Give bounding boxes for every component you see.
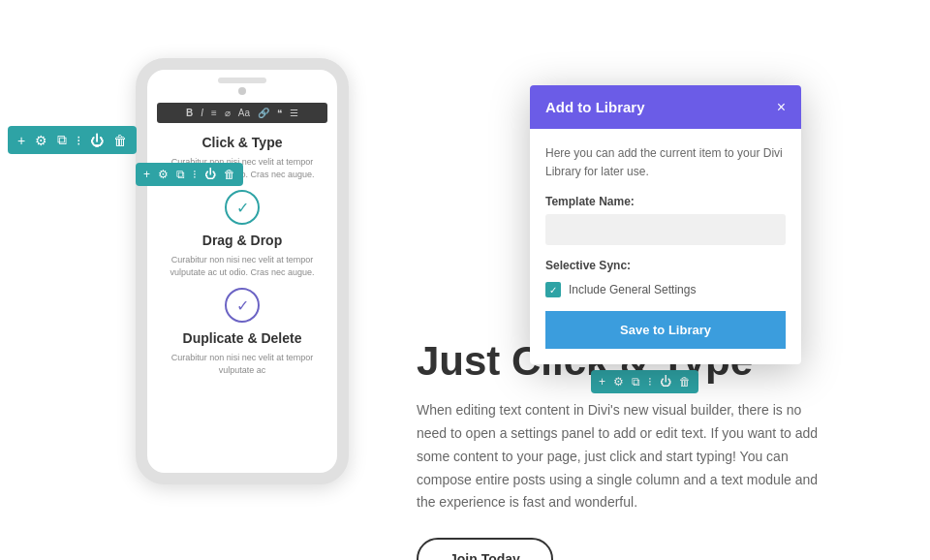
- inner-plus-icon[interactable]: +: [143, 168, 150, 181]
- quote-icon[interactable]: ❝: [275, 107, 284, 119]
- add-to-library-modal: Add to Library × Here you can add the cu…: [530, 85, 801, 364]
- template-name-input[interactable]: [545, 214, 786, 245]
- text-format-bar: B I ≡ ⌀ Aa 🔗 ❝ ☰: [157, 103, 327, 123]
- list-icon[interactable]: ☰: [288, 107, 300, 119]
- inner-power-icon[interactable]: ⏻: [204, 168, 216, 181]
- power-icon[interactable]: ⏻: [90, 133, 104, 148]
- bottom-gear-icon[interactable]: ⚙: [613, 375, 624, 389]
- phone-frame: B I ≡ ⌀ Aa 🔗 ❝ ☰ Click & Type Curabitur …: [136, 58, 349, 484]
- plus-icon[interactable]: +: [17, 133, 25, 148]
- main-description: When editing text content in Divi's new …: [417, 399, 833, 514]
- modal-description: Here you can add the current item to you…: [545, 144, 786, 181]
- bottom-trash-icon[interactable]: 🗑: [679, 375, 691, 389]
- italic-icon[interactable]: I: [199, 107, 205, 119]
- bottom-copy-icon[interactable]: ⧉: [632, 375, 640, 389]
- top-toolbar: + ⚙ ⧉ ⁝ ⏻ 🗑: [8, 126, 137, 154]
- inner-gear-icon[interactable]: ⚙: [158, 168, 169, 181]
- checkbox-row: ✓ Include General Settings: [545, 282, 786, 297]
- include-general-settings-checkbox[interactable]: ✓: [545, 282, 561, 297]
- inner-trash-icon[interactable]: 🗑: [224, 168, 235, 181]
- phone-section-3-desc: Curabitur non nisi nec velit at tempor v…: [157, 352, 327, 376]
- link-icon[interactable]: 🔗: [256, 107, 271, 119]
- inner-copy-icon[interactable]: ⧉: [176, 168, 185, 181]
- phone-camera: [238, 87, 246, 95]
- phone-section-2-title: Drag & Drop: [157, 233, 327, 248]
- phone-check-1: ✓: [225, 190, 260, 225]
- phone-section-2-desc: Curabitur non nisi nec velit at tempor v…: [157, 254, 327, 278]
- modal-body: Here you can add the current item to you…: [530, 129, 801, 364]
- bottom-grid-icon[interactable]: ⁝: [648, 375, 652, 389]
- phone-inner-toolbar: + ⚙ ⧉ ⁝ ⏻ 🗑: [136, 163, 243, 186]
- selective-sync-label: Selective Sync:: [545, 259, 786, 272]
- trash-icon[interactable]: 🗑: [113, 133, 127, 148]
- phone-section-3-title: Duplicate & Delete: [157, 330, 327, 346]
- save-to-library-button[interactable]: Save to Library: [545, 311, 786, 349]
- modal-title: Add to Library: [545, 99, 645, 115]
- bold-icon[interactable]: B: [184, 107, 195, 119]
- font-size-icon[interactable]: Aa: [236, 107, 252, 119]
- inner-grid-icon[interactable]: ⁝: [193, 168, 197, 181]
- phone-content: B I ≡ ⌀ Aa 🔗 ❝ ☰ Click & Type Curabitur …: [147, 103, 337, 377]
- phone-mockup: B I ≡ ⌀ Aa 🔗 ❝ ☰ Click & Type Curabitur …: [136, 58, 349, 484]
- gear-icon[interactable]: ⚙: [35, 133, 47, 148]
- bottom-toolbar: + ⚙ ⧉ ⁝ ⏻ 🗑: [591, 370, 698, 393]
- bottom-plus-icon[interactable]: +: [599, 375, 605, 389]
- bottom-power-icon[interactable]: ⏻: [660, 375, 671, 389]
- phone-section-1-title: Click & Type: [157, 135, 327, 150]
- grid-icon[interactable]: ⁝: [77, 133, 80, 148]
- strikethrough-icon[interactable]: ⌀: [223, 107, 232, 119]
- phone-check-2: ✓: [225, 288, 260, 323]
- join-today-button[interactable]: Join Today: [417, 538, 553, 560]
- modal-close-button[interactable]: ×: [777, 100, 786, 115]
- checkbox-label: Include General Settings: [569, 283, 696, 296]
- align-icon[interactable]: ≡: [209, 107, 219, 119]
- modal-header: Add to Library ×: [530, 85, 801, 129]
- copy-icon[interactable]: ⧉: [57, 132, 67, 148]
- template-name-label: Template Name:: [545, 195, 786, 208]
- phone-speaker: [218, 78, 266, 83]
